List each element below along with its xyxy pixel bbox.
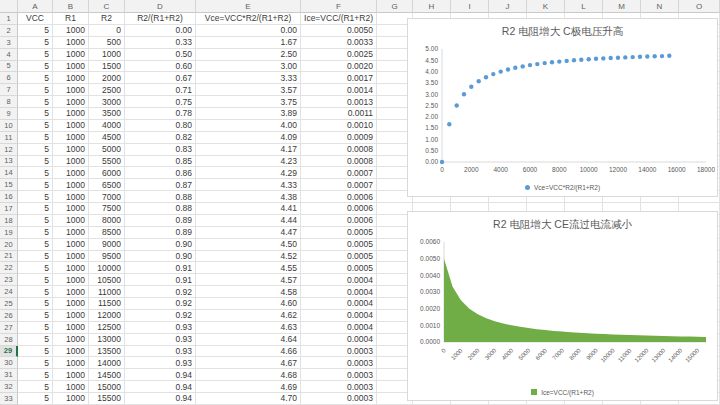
cell-E29[interactable]: 4.66 (196, 346, 301, 358)
cell-C1[interactable]: R2 (89, 13, 125, 25)
cell-B22[interactable]: 1000 (53, 262, 89, 274)
cell-F32[interactable]: 0.0003 (301, 381, 377, 393)
cell-C28[interactable]: 13000 (89, 334, 125, 346)
cell-F29[interactable]: 0.0003 (301, 346, 377, 358)
cell-B33[interactable]: 1000 (53, 393, 89, 405)
cell-C17[interactable]: 7500 (89, 203, 125, 215)
cell-F25[interactable]: 0.0004 (301, 298, 377, 310)
row-header-5[interactable]: 5 (0, 61, 18, 73)
cell-B28[interactable]: 1000 (53, 334, 89, 346)
cell-A14[interactable]: 5 (18, 167, 53, 179)
column-header-A[interactable]: A (18, 0, 53, 13)
cell-D22[interactable]: 0.91 (125, 262, 196, 274)
cell-C6[interactable]: 2000 (89, 72, 125, 84)
cell-F1[interactable]: Ice=VCC/(R1+R2) (301, 13, 377, 25)
cell-A28[interactable]: 5 (18, 334, 53, 346)
column-header-E[interactable]: E (196, 0, 301, 13)
cell-C8[interactable]: 3000 (89, 96, 125, 108)
cell-F17[interactable]: 0.0006 (301, 203, 377, 215)
cell-D20[interactable]: 0.90 (125, 239, 196, 251)
cell-D4[interactable]: 0.50 (125, 49, 196, 61)
cell-C15[interactable]: 6500 (89, 179, 125, 191)
column-header-I[interactable]: I (451, 0, 489, 13)
cell-C33[interactable]: 15500 (89, 393, 125, 405)
cell-C2[interactable]: 0 (89, 25, 125, 37)
cell-C13[interactable]: 5500 (89, 156, 125, 168)
cell-F26[interactable]: 0.0004 (301, 310, 377, 322)
chart-ice[interactable]: R2 电阻增大 CE流过电流减小 0.00000.00100.00200.003… (407, 211, 718, 401)
cell-E19[interactable]: 4.47 (196, 227, 301, 239)
cell-B10[interactable]: 1000 (53, 120, 89, 132)
cell-A2[interactable]: 5 (18, 25, 53, 37)
cell-F6[interactable]: 0.0017 (301, 72, 377, 84)
cell-A8[interactable]: 5 (18, 96, 53, 108)
cell-D25[interactable]: 0.92 (125, 298, 196, 310)
cell-E16[interactable]: 4.38 (196, 191, 301, 203)
cell-E28[interactable]: 4.64 (196, 334, 301, 346)
cell-F19[interactable]: 0.0005 (301, 227, 377, 239)
cell-A5[interactable]: 5 (18, 61, 53, 73)
cell-F12[interactable]: 0.0008 (301, 144, 377, 156)
row-header-21[interactable]: 21 (0, 251, 18, 263)
row-header-31[interactable]: 31 (0, 369, 18, 381)
cell-B21[interactable]: 1000 (53, 251, 89, 263)
row-header-20[interactable]: 20 (0, 239, 18, 251)
chart-vce[interactable]: R2 电阻增大 C极电压升高 0.000.501.001.502.002.503… (407, 18, 718, 197)
cell-E14[interactable]: 4.29 (196, 167, 301, 179)
cell-D8[interactable]: 0.75 (125, 96, 196, 108)
cell-D28[interactable]: 0.93 (125, 334, 196, 346)
cell-C10[interactable]: 4000 (89, 120, 125, 132)
row-header-23[interactable]: 23 (0, 274, 18, 286)
cell-E13[interactable]: 4.23 (196, 156, 301, 168)
column-header-L[interactable]: L (565, 0, 603, 13)
cell-F5[interactable]: 0.0020 (301, 61, 377, 73)
row-header-24[interactable]: 24 (0, 286, 18, 298)
cell-C30[interactable]: 14000 (89, 357, 125, 369)
cell-A6[interactable]: 5 (18, 72, 53, 84)
row-header-2[interactable]: 2 (0, 25, 18, 37)
cell-A25[interactable]: 5 (18, 298, 53, 310)
cell-E33[interactable]: 4.70 (196, 393, 301, 405)
row-header-13[interactable]: 13 (0, 156, 18, 168)
row-header-8[interactable]: 8 (0, 96, 18, 108)
cell-F18[interactable]: 0.0006 (301, 215, 377, 227)
cell-A13[interactable]: 5 (18, 156, 53, 168)
row-header-27[interactable]: 27 (0, 322, 18, 334)
cell-E7[interactable]: 3.57 (196, 84, 301, 96)
row-header-15[interactable]: 15 (0, 179, 18, 191)
row-header-10[interactable]: 10 (0, 120, 18, 132)
cell-E12[interactable]: 4.17 (196, 144, 301, 156)
cell-E23[interactable]: 4.57 (196, 274, 301, 286)
cell-C19[interactable]: 8500 (89, 227, 125, 239)
cell-E21[interactable]: 4.52 (196, 251, 301, 263)
cell-F27[interactable]: 0.0004 (301, 322, 377, 334)
cell-E11[interactable]: 4.09 (196, 132, 301, 144)
cell-B9[interactable]: 1000 (53, 108, 89, 120)
cell-E22[interactable]: 4.55 (196, 262, 301, 274)
cell-F33[interactable]: 0.0003 (301, 393, 377, 405)
cell-D7[interactable]: 0.71 (125, 84, 196, 96)
row-header-11[interactable]: 11 (0, 132, 18, 144)
cell-C20[interactable]: 9000 (89, 239, 125, 251)
cell-B8[interactable]: 1000 (53, 96, 89, 108)
cell-D9[interactable]: 0.78 (125, 108, 196, 120)
row-header-28[interactable]: 28 (0, 334, 18, 346)
cell-D23[interactable]: 0.91 (125, 274, 196, 286)
cell-D26[interactable]: 0.92 (125, 310, 196, 322)
cell-B6[interactable]: 1000 (53, 72, 89, 84)
cell-D24[interactable]: 0.92 (125, 286, 196, 298)
cell-D5[interactable]: 0.60 (125, 61, 196, 73)
cell-B14[interactable]: 1000 (53, 167, 89, 179)
cell-B23[interactable]: 1000 (53, 274, 89, 286)
cell-F15[interactable]: 0.0007 (301, 179, 377, 191)
select-all-corner[interactable] (0, 0, 18, 13)
cell-A10[interactable]: 5 (18, 120, 53, 132)
cell-D32[interactable]: 0.94 (125, 381, 196, 393)
cell-E18[interactable]: 4.44 (196, 215, 301, 227)
cell-A29[interactable]: 5 (18, 346, 53, 358)
cell-F10[interactable]: 0.0010 (301, 120, 377, 132)
cell-B11[interactable]: 1000 (53, 132, 89, 144)
column-header-J[interactable]: J (489, 0, 527, 13)
cell-B15[interactable]: 1000 (53, 179, 89, 191)
row-header-16[interactable]: 16 (0, 191, 18, 203)
